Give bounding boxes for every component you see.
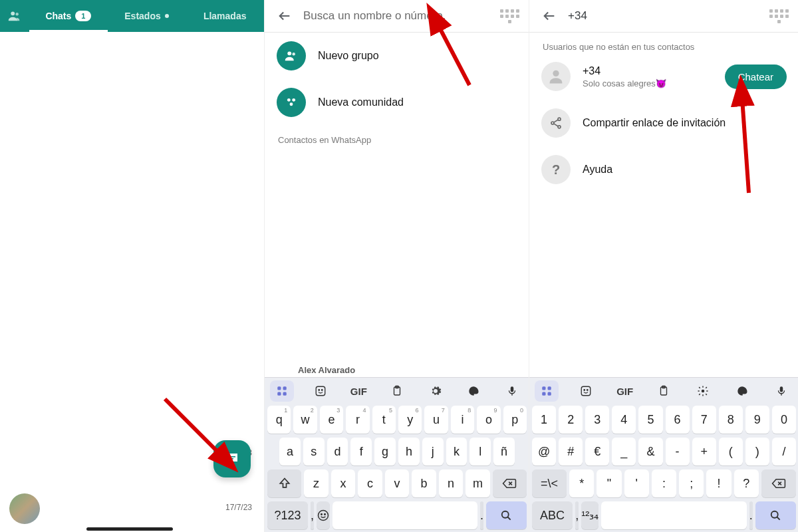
key-emoji[interactable] [317, 501, 330, 529]
key-q[interactable]: q1 [267, 406, 291, 434]
keyboard-alpha[interactable]: GIF q1w2e3r4t5y6u7i8o9p0 asdfghjklñ zxcv… [265, 377, 529, 532]
key-[interactable]: _ [612, 438, 636, 466]
key-[interactable]: * [569, 469, 594, 497]
kbd-clipboard-icon[interactable] [385, 380, 409, 402]
key-a[interactable]: a [279, 438, 301, 466]
key-i[interactable]: i8 [451, 406, 474, 434]
key-4[interactable]: 4 [612, 406, 636, 434]
kbd-gif-button[interactable]: GIF [346, 380, 370, 402]
key-o[interactable]: o9 [477, 406, 500, 434]
key-b[interactable]: b [412, 469, 436, 497]
dialpad-button[interactable] [496, 3, 523, 29]
key-x[interactable]: x [331, 469, 356, 497]
key-[interactable]: & [638, 438, 662, 466]
key-h[interactable]: h [398, 438, 420, 466]
new-chat-fab[interactable] [213, 440, 251, 477]
back-button[interactable] [536, 3, 563, 29]
key-p[interactable]: p0 [503, 406, 527, 434]
key-v[interactable]: v [385, 469, 410, 497]
key-abc[interactable]: ABC [532, 501, 573, 529]
help-row[interactable]: ? Ayuda [529, 146, 798, 193]
key-[interactable]: ! [706, 469, 731, 497]
kbd-mic-icon[interactable] [500, 380, 524, 402]
key-[interactable] [601, 501, 747, 529]
key-z[interactable]: z [304, 469, 329, 497]
keyboard-numeric[interactable]: GIF 1234567890 @#€_&-+()/ =\<*"':;!? ABC… [529, 377, 798, 532]
communities-tab-icon[interactable] [0, 9, 29, 23]
key-[interactable]: ) [745, 438, 769, 466]
key-[interactable]: / [772, 438, 796, 466]
key-u[interactable]: u7 [424, 406, 448, 434]
kbd-gif-button[interactable]: GIF [613, 380, 637, 402]
key-shift[interactable] [267, 469, 301, 497]
key-t[interactable]: t5 [372, 406, 396, 434]
key-y[interactable]: y6 [398, 406, 422, 434]
search-input[interactable]: Busca un nombre o número. [303, 9, 491, 23]
key-[interactable]: . [480, 501, 483, 529]
key-3[interactable]: 3 [585, 406, 609, 434]
key-5[interactable]: 5 [638, 406, 662, 434]
new-group-row[interactable]: Nuevo grupo [265, 33, 529, 79]
tab-chats[interactable]: Chats 1 [29, 0, 108, 32]
key-[interactable]: @ [532, 438, 556, 466]
kbd-settings-icon[interactable] [424, 380, 448, 402]
kbd-theme-icon[interactable] [462, 380, 485, 402]
key-[interactable] [332, 501, 477, 529]
kbd-clipboard-icon[interactable] [652, 380, 676, 402]
key-2[interactable]: 2 [559, 406, 583, 434]
search-result-row[interactable]: +34 Solo cosas alegres😈 Chatear [529, 53, 798, 100]
key-e[interactable]: e3 [320, 406, 343, 434]
key-j[interactable]: j [422, 438, 444, 466]
key-6[interactable]: 6 [666, 406, 690, 434]
key-[interactable]: - [666, 438, 690, 466]
kbd-mic-icon[interactable] [769, 380, 793, 402]
key-l[interactable]: l [469, 438, 491, 466]
key-[interactable]: ' [624, 469, 649, 497]
kbd-theme-icon[interactable] [730, 380, 754, 402]
kbd-apps-icon[interactable] [270, 380, 294, 402]
key-123[interactable]: ?123 [267, 501, 308, 529]
key-[interactable]: ( [719, 438, 743, 466]
key-s[interactable]: s [303, 438, 325, 466]
key-f[interactable]: f [350, 438, 372, 466]
kbd-apps-icon[interactable] [535, 380, 559, 402]
key-n[interactable]: n [439, 469, 464, 497]
key-[interactable]: , [311, 501, 314, 529]
key-1[interactable]: 1 [532, 406, 556, 434]
kbd-sticker-icon[interactable] [574, 380, 598, 402]
key-[interactable]: =\< [532, 469, 567, 497]
key-d[interactable]: d [327, 438, 348, 466]
key-c[interactable]: c [358, 469, 382, 497]
kbd-sticker-icon[interactable] [309, 380, 332, 402]
key-[interactable]: ? [734, 469, 759, 497]
key-backspace[interactable] [761, 469, 796, 497]
key-[interactable]: ; [679, 469, 704, 497]
key-g[interactable]: g [374, 438, 396, 466]
key-9[interactable]: 9 [745, 406, 769, 434]
key-7[interactable]: 7 [692, 406, 716, 434]
key-[interactable]: ñ [493, 438, 515, 466]
key-r[interactable]: r4 [346, 406, 369, 434]
key-0[interactable]: 0 [772, 406, 796, 434]
key-[interactable]: . [749, 501, 753, 529]
key-w[interactable]: w2 [293, 406, 317, 434]
chat-avatar[interactable] [9, 493, 40, 524]
key-[interactable]: , [575, 501, 579, 529]
search-input[interactable]: +34 [568, 9, 760, 23]
key-[interactable]: + [692, 438, 716, 466]
kbd-settings-icon[interactable] [691, 380, 715, 402]
dialpad-button[interactable] [765, 3, 792, 29]
tab-calls[interactable]: Llamadas [186, 0, 264, 32]
key-[interactable]: # [559, 438, 583, 466]
key-[interactable]: " [597, 469, 621, 497]
key-[interactable]: : [652, 469, 676, 497]
key-[interactable]: € [585, 438, 609, 466]
tab-status[interactable]: Estados [108, 0, 186, 32]
new-community-row[interactable]: Nueva comunidad [265, 79, 529, 126]
key-backspace[interactable] [493, 469, 527, 497]
key-m[interactable]: m [466, 469, 490, 497]
key-k[interactable]: k [446, 438, 467, 466]
key-search[interactable] [486, 501, 527, 529]
share-invite-row[interactable]: Compartir enlace de invitación [529, 100, 798, 146]
back-button[interactable] [271, 3, 298, 29]
